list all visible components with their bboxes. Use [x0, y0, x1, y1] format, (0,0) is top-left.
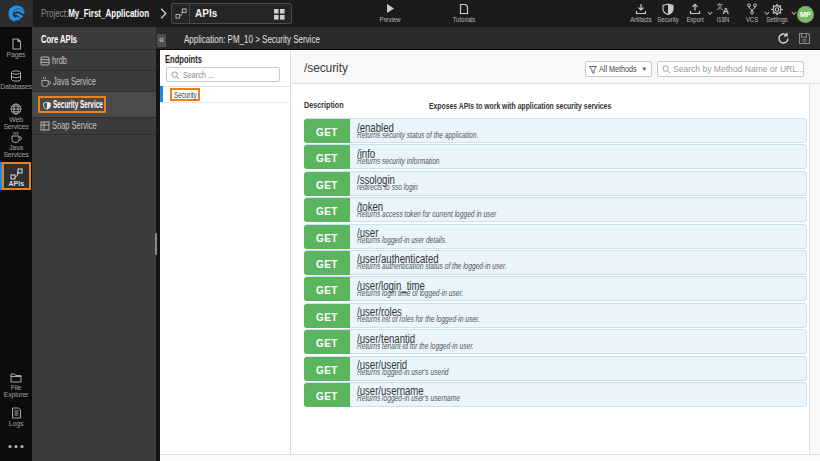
svg-text:A: A — [723, 6, 730, 15]
